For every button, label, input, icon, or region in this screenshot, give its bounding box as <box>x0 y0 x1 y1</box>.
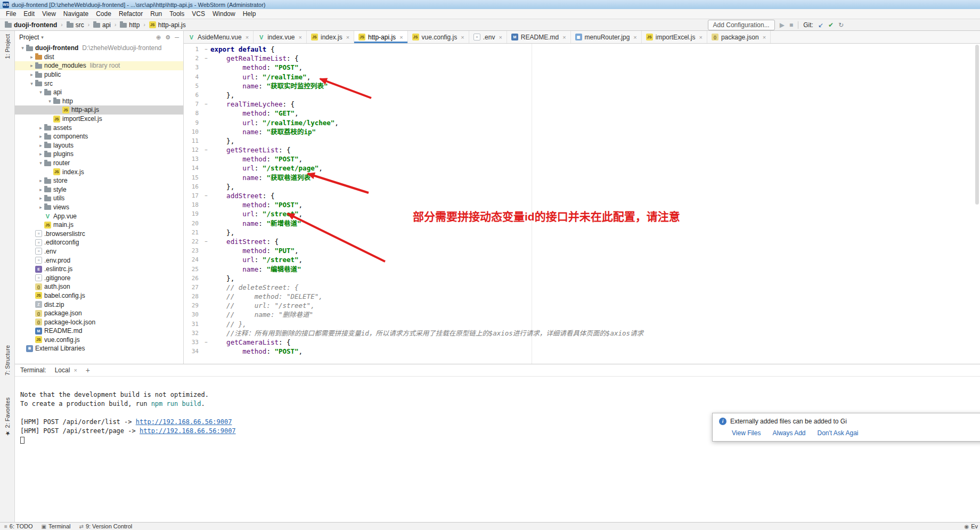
code-line-12[interactable]: 12− getStreetList: { <box>184 145 980 154</box>
tree-item-eslintrc-js[interactable]: E.eslintrc.js <box>15 265 183 274</box>
tab-asidemenu-vue[interactable]: VAsideMenu.vue× <box>184 31 254 43</box>
tree-item-package-json[interactable]: {}package.json <box>15 309 183 318</box>
tree-item-auth-json[interactable]: {}auth.json <box>15 282 183 291</box>
stop-icon[interactable]: ■ <box>789 22 793 28</box>
menu-run[interactable]: Run <box>146 10 166 18</box>
code-line-16[interactable]: 16 }, <box>184 182 980 191</box>
fold-marker-icon[interactable]: − <box>202 45 210 54</box>
git-update-icon[interactable]: ↙ <box>818 22 823 28</box>
tab-vue-config-js[interactable]: JSvue.config.js× <box>408 31 469 43</box>
code-line-1[interactable]: 1−export default { <box>184 45 980 54</box>
code-line-15[interactable]: 15 name: "获取巷道列表" <box>184 173 980 182</box>
menu-code[interactable]: Code <box>92 10 115 18</box>
tree-item-readme-md[interactable]: MREADME.md <box>15 327 183 336</box>
tree-item-env[interactable]: ≡.env <box>15 247 183 256</box>
git-history-icon[interactable]: ↻ <box>838 22 844 28</box>
tree-item-components[interactable]: ▸components <box>15 132 183 141</box>
tree-item-views[interactable]: ▸views <box>15 203 183 212</box>
breadcrumb-item-http[interactable]: http <box>118 21 141 29</box>
tree-item-api[interactable]: ▾api <box>15 88 183 97</box>
tree-item-vue-config-js[interactable]: JSvue.config.js <box>15 336 183 345</box>
tool-button-7-structure[interactable]: 7: Structure <box>4 345 11 376</box>
tab-close-icon[interactable]: × <box>633 34 636 40</box>
tool-button-1-project[interactable]: 1: Project <box>4 34 11 59</box>
tree-item-importexcel-js[interactable]: JSimportExcel.js <box>15 115 183 124</box>
tab-close-icon[interactable]: × <box>346 34 349 40</box>
status-6-todo[interactable]: ≡6: TODO <box>4 523 32 529</box>
project-panel-title[interactable]: Project <box>19 34 39 41</box>
code-line-5[interactable]: 5 name: "获取实时监控列表" <box>184 81 980 91</box>
tab-env[interactable]: ≡.env× <box>469 31 507 43</box>
tab-readme-md[interactable]: MREADME.md× <box>507 31 571 43</box>
code-line-32[interactable]: 32 //注释：所有用到删除的接口都需要拼接变量id，所以请求方式采用了挂载在原… <box>184 329 980 338</box>
tree-item-env-prod[interactable]: ≡.env.prod <box>15 256 183 265</box>
chevron-collapsed-icon[interactable]: ▸ <box>37 134 44 139</box>
editor-scrollbar[interactable] <box>974 44 980 364</box>
tree-item-style[interactable]: ▸style <box>15 185 183 194</box>
tree-item-layouts[interactable]: ▸layouts <box>15 141 183 150</box>
chevron-collapsed-icon[interactable]: ▸ <box>37 151 44 157</box>
code-line-23[interactable]: 23 method: "PUT", <box>184 246 980 255</box>
notification-action-don-t-ask-agai[interactable]: Don't Ask Agai <box>818 429 859 437</box>
tree-item-router[interactable]: ▾router <box>15 159 183 168</box>
new-terminal-button[interactable]: + <box>86 366 90 374</box>
chevron-collapsed-icon[interactable]: ▸ <box>37 125 44 131</box>
fold-marker-icon[interactable]: − <box>202 54 210 63</box>
code-line-8[interactable]: 8 method: "GET", <box>184 109 980 118</box>
status-9-version-control[interactable]: ⇄9: Version Control <box>79 523 132 529</box>
tab-close-icon[interactable]: × <box>246 34 249 40</box>
code-line-17[interactable]: 17− addStreet: { <box>184 191 980 200</box>
scrollbar-thumb[interactable] <box>975 45 979 205</box>
code-line-22[interactable]: 22− editStreet: { <box>184 237 980 246</box>
tab-index-vue[interactable]: Vindex.vue× <box>254 31 307 43</box>
chevron-collapsed-icon[interactable]: ▸ <box>37 143 44 148</box>
status-ev[interactable]: ◉Ev <box>964 523 978 529</box>
fold-marker-icon[interactable]: − <box>202 100 210 109</box>
locate-file-icon[interactable]: ⊕ <box>156 34 161 41</box>
tab-close-icon[interactable]: × <box>562 34 566 40</box>
tab-close-icon[interactable]: × <box>763 34 766 40</box>
terminal-output[interactable]: Note that the development build is not o… <box>15 377 980 522</box>
code-line-6[interactable]: 6 }, <box>184 91 980 100</box>
code-line-30[interactable]: 30 // name: "删除巷道" <box>184 310 980 319</box>
code-line-7[interactable]: 7− realTimeLychee: { <box>184 100 980 109</box>
tree-item-node-modules[interactable]: ▸node_moduleslibrary root <box>15 61 183 70</box>
tree-item-duoji-frontend[interactable]: ▾duoji-frontendD:\zheheWeb\duoji-fronten… <box>15 44 183 53</box>
chevron-expanded-icon[interactable]: ▾ <box>28 81 35 86</box>
menu-view[interactable]: View <box>38 10 60 18</box>
chevron-expanded-icon[interactable]: ▾ <box>46 99 53 104</box>
chevron-collapsed-icon[interactable]: ▸ <box>37 195 44 201</box>
chevron-collapsed-icon[interactable]: ▸ <box>37 205 44 210</box>
code-editor[interactable]: 1−export default {2− getRealTimeList: {3… <box>184 44 980 364</box>
chevron-collapsed-icon[interactable]: ▸ <box>37 178 44 183</box>
code-line-10[interactable]: 10 name: "获取荔枝的ip" <box>184 127 980 136</box>
code-line-24[interactable]: 24 url: "/street", <box>184 255 980 264</box>
menu-window[interactable]: Window <box>209 10 239 18</box>
close-icon[interactable]: × <box>74 367 77 373</box>
breadcrumb-item-api[interactable]: api <box>92 21 112 29</box>
menu-refactor[interactable]: Refactor <box>115 10 146 18</box>
tab-close-icon[interactable]: × <box>399 34 403 40</box>
tab-package-json[interactable]: {}package.json× <box>707 31 771 43</box>
tree-item-plugins[interactable]: ▸plugins <box>15 150 183 159</box>
breadcrumb-item-src[interactable]: src <box>65 21 86 29</box>
tab-close-icon[interactable]: × <box>699 34 702 40</box>
breadcrumb-item-duoji-frontend[interactable]: duoji-frontend <box>3 21 59 29</box>
git-commit-icon[interactable]: ✔ <box>828 22 834 28</box>
menu-vcs[interactable]: VCS <box>188 10 209 18</box>
code-line-25[interactable]: 25 name: "编辑巷道" <box>184 265 980 274</box>
chevron-collapsed-icon[interactable]: ▸ <box>28 72 35 77</box>
title-bar[interactable]: WS duoji-frontend [D:\zheheWeb\duoji-fro… <box>0 0 980 9</box>
tree-item-index-js[interactable]: JSindex.js <box>15 167 183 176</box>
tab-close-icon[interactable]: × <box>499 34 502 40</box>
tree-item-public[interactable]: ▸public <box>15 70 183 79</box>
tree-item-store[interactable]: ▸store <box>15 176 183 185</box>
code-line-27[interactable]: 27 // deleteStreet: { <box>184 283 980 292</box>
tree-item-utils[interactable]: ▸utils <box>15 194 183 203</box>
status-terminal[interactable]: ▣Terminal <box>41 523 70 529</box>
terminal-link[interactable]: http://192.168.66.56:9007 <box>140 427 236 435</box>
tool-button-2-favorites[interactable]: ★ 2: Favorites <box>4 397 11 437</box>
menu-tools[interactable]: Tools <box>166 10 188 18</box>
fold-marker-icon[interactable]: − <box>202 191 210 200</box>
code-line-14[interactable]: 14 url: "/street/page", <box>184 164 980 173</box>
